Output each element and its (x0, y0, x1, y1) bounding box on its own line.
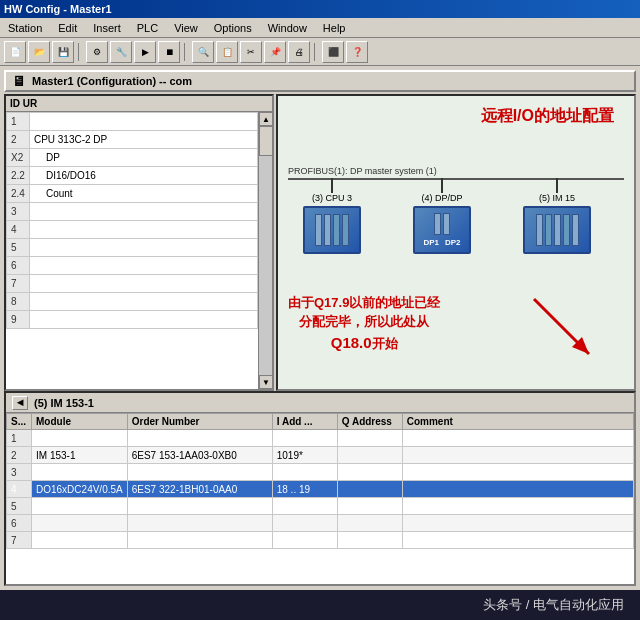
module-name: DO16xDC24V/0.5A (32, 481, 128, 498)
col-module: Module (32, 414, 128, 430)
menu-view[interactable]: View (170, 22, 202, 34)
q-addr (337, 498, 402, 515)
bottom-title: (5) IM 153-1 (34, 397, 94, 409)
slot-num: 7 (7, 532, 32, 549)
slot-num: 2.2 (7, 167, 30, 185)
comment (402, 447, 633, 464)
table-row[interactable]: 6 (7, 257, 258, 275)
q-addr (337, 430, 402, 447)
module-row[interactable]: 6 (7, 515, 634, 532)
menu-options[interactable]: Options (210, 22, 256, 34)
module-name: IM 153-1 (32, 447, 128, 464)
q-addr (337, 447, 402, 464)
toolbar-btn-3[interactable]: 💾 (52, 41, 74, 63)
menu-help[interactable]: Help (319, 22, 350, 34)
col-slot: S... (7, 414, 32, 430)
table-row[interactable]: 1 (7, 113, 258, 131)
module-row[interactable]: 3 (7, 464, 634, 481)
scroll-down[interactable]: ▼ (259, 375, 273, 389)
i-addr (272, 498, 337, 515)
hw-table: 1 2 CPU 313C-2 DP X2 DP (6, 112, 258, 389)
slot-num: 2 (7, 131, 30, 149)
comment (402, 430, 633, 447)
module-name: CPU 313C-2 DP (29, 131, 257, 149)
slot-num: 8 (7, 293, 30, 311)
q-addr (337, 515, 402, 532)
table-row[interactable]: 3 (7, 203, 258, 221)
table-row[interactable]: 4 (7, 221, 258, 239)
toolbar-btn-5[interactable]: 🔧 (110, 41, 132, 63)
module-name (29, 311, 257, 329)
device-cpu3: (3) CPU 3 (303, 178, 361, 254)
table-row[interactable]: 9 (7, 311, 258, 329)
i-addr (272, 464, 337, 481)
toolbar-btn-13[interactable]: ⬛ (322, 41, 344, 63)
table-row[interactable]: 8 (7, 293, 258, 311)
col-comment: Comment (402, 414, 633, 430)
slot-num: 9 (7, 311, 30, 329)
i-addr: 1019* (272, 447, 337, 464)
red-arrow (524, 289, 604, 369)
col-iaddr: I Add ... (272, 414, 337, 430)
order-num (127, 430, 272, 447)
toolbar-btn-14[interactable]: ❓ (346, 41, 368, 63)
scrollbar[interactable]: ▲ ▼ (258, 112, 272, 389)
module-row[interactable]: 2 IM 153-1 6ES7 153-1AA03-0XB0 1019* (7, 447, 634, 464)
table-row[interactable]: 2.4 Count (7, 185, 258, 203)
toolbar-btn-7[interactable]: ⏹ (158, 41, 180, 63)
i-addr (272, 515, 337, 532)
annotation-title: 远程I/O的地址配置 (481, 106, 614, 127)
slot-num: 4 (7, 481, 32, 498)
menu-station[interactable]: Station (4, 22, 46, 34)
menu-edit[interactable]: Edit (54, 22, 81, 34)
col-order: Order Number (127, 414, 272, 430)
table-row[interactable]: X2 DP (7, 149, 258, 167)
table-row[interactable]: 2 CPU 313C-2 DP (7, 131, 258, 149)
status-bar: 头条号 / 电气自动化应用 (0, 590, 640, 620)
table-row[interactable]: 5 (7, 239, 258, 257)
menu-bar: Station Edit Insert PLC View Options Win… (0, 18, 640, 38)
menu-insert[interactable]: Insert (89, 22, 125, 34)
module-row[interactable]: 1 (7, 430, 634, 447)
scroll-thumb[interactable] (259, 126, 273, 156)
device-im15: (5) IM 15 (523, 178, 591, 254)
profibus-label: PROFIBUS(1): DP master system (1) (288, 166, 437, 176)
left-panel: ID UR 1 2 CPU 313C-2 DP (4, 94, 274, 391)
window-header: 🖥 Master1 (Configuration) -- com (4, 70, 636, 92)
col-qaddr: Q Address (337, 414, 402, 430)
toolbar-btn-2[interactable]: 📂 (28, 41, 50, 63)
slot-num: 4 (7, 221, 30, 239)
module-name: DP (29, 149, 257, 167)
toolbar-sep-2 (184, 43, 188, 61)
toolbar-btn-9[interactable]: 📋 (216, 41, 238, 63)
toolbar-btn-11[interactable]: 📌 (264, 41, 286, 63)
module-name (29, 203, 257, 221)
toolbar-btn-8[interactable]: 🔍 (192, 41, 214, 63)
scroll-up[interactable]: ▲ (259, 112, 273, 126)
i-addr (272, 430, 337, 447)
module-row[interactable]: 5 (7, 498, 634, 515)
scroll-track (259, 126, 272, 375)
module-name: Count (29, 185, 257, 203)
module-row[interactable]: 7 (7, 532, 634, 549)
q-addr (337, 481, 402, 498)
toolbar-btn-6[interactable]: ▶ (134, 41, 156, 63)
toolbar-btn-10[interactable]: ✂ (240, 41, 262, 63)
panel-header: ID UR (6, 96, 272, 112)
table-row[interactable]: 2.2 DI16/DO16 (7, 167, 258, 185)
toolbar-btn-12[interactable]: 🖨 (288, 41, 310, 63)
slot-num: 2.4 (7, 185, 30, 203)
nav-back-btn[interactable]: ◀ (12, 396, 28, 410)
table-row[interactable]: 7 (7, 275, 258, 293)
module-row[interactable]: 4 DO16xDC24V/0.5A 6ES7 322-1BH01-0AA0 18… (7, 481, 634, 498)
slot-num: 7 (7, 275, 30, 293)
slot-num: 5 (7, 239, 30, 257)
comment (402, 464, 633, 481)
module-name (29, 113, 257, 131)
menu-plc[interactable]: PLC (133, 22, 162, 34)
toolbar-btn-4[interactable]: ⚙ (86, 41, 108, 63)
toolbar-btn-1[interactable]: 📄 (4, 41, 26, 63)
menu-window[interactable]: Window (264, 22, 311, 34)
order-num (127, 464, 272, 481)
bottom-section: ◀ (5) IM 153-1 S... Module Order Number … (4, 391, 636, 586)
